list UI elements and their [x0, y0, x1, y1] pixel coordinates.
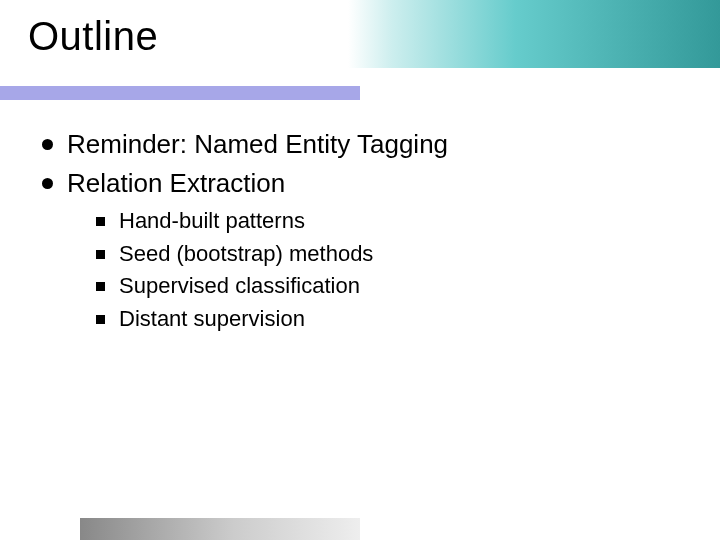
- sub-list-item: Hand-built patterns: [96, 207, 690, 236]
- sub-list-item: Distant supervision: [96, 305, 690, 334]
- slide: Outline Reminder: Named Entity Tagging R…: [0, 0, 720, 540]
- square-bullet-icon: [96, 217, 105, 226]
- bottom-accent-bar: [80, 518, 360, 540]
- slide-title: Outline: [28, 14, 158, 59]
- sub-list-item: Seed (bootstrap) methods: [96, 240, 690, 269]
- bullet-list: Reminder: Named Entity Tagging Relation …: [42, 128, 690, 199]
- list-item: Reminder: Named Entity Tagging: [42, 128, 690, 161]
- teal-accent-strip: [348, 0, 720, 68]
- sub-list-item-text: Distant supervision: [119, 305, 305, 334]
- sub-list-item-text: Supervised classification: [119, 272, 360, 301]
- sub-bullet-list: Hand-built patterns Seed (bootstrap) met…: [42, 207, 690, 333]
- square-bullet-icon: [96, 250, 105, 259]
- list-item-text: Reminder: Named Entity Tagging: [67, 128, 448, 161]
- slide-body: Reminder: Named Entity Tagging Relation …: [42, 128, 690, 337]
- underline-bar: [0, 86, 360, 100]
- disc-bullet-icon: [42, 139, 53, 150]
- sub-list-item: Supervised classification: [96, 272, 690, 301]
- disc-bullet-icon: [42, 178, 53, 189]
- square-bullet-icon: [96, 315, 105, 324]
- square-bullet-icon: [96, 282, 105, 291]
- list-item: Relation Extraction: [42, 167, 690, 200]
- title-row: Outline: [0, 0, 720, 78]
- sub-list-item-text: Seed (bootstrap) methods: [119, 240, 373, 269]
- sub-list-item-text: Hand-built patterns: [119, 207, 305, 236]
- list-item-text: Relation Extraction: [67, 167, 285, 200]
